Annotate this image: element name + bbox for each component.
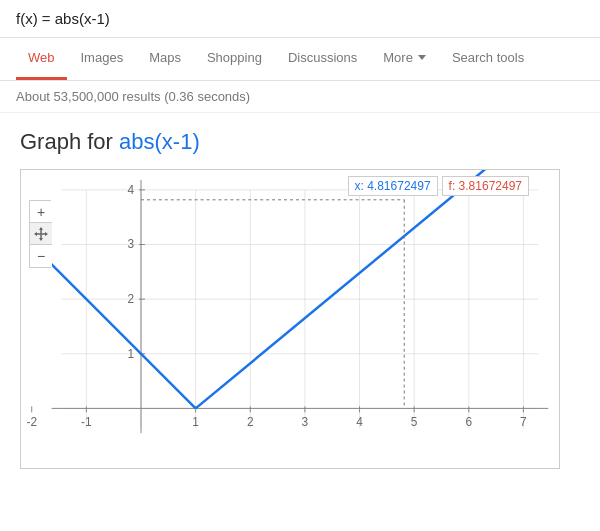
graph-title-link[interactable]: abs(x-1) — [119, 129, 200, 154]
tab-images[interactable]: Images — [69, 38, 136, 80]
svg-text:3: 3 — [302, 415, 309, 429]
zoom-move-button[interactable] — [30, 223, 52, 245]
svg-text:7: 7 — [520, 415, 527, 429]
tooltip-f-value: f: 3.81672497 — [442, 176, 529, 196]
tooltip-x-value: x: 4.81672497 — [348, 176, 438, 196]
tab-search-tools[interactable]: Search tools — [440, 38, 536, 80]
svg-text:4: 4 — [356, 415, 363, 429]
svg-text:5: 5 — [411, 415, 418, 429]
svg-text:1: 1 — [192, 415, 199, 429]
tab-web[interactable]: Web — [16, 38, 67, 80]
tab-discussions[interactable]: Discussions — [276, 38, 369, 80]
svg-line-48 — [32, 245, 196, 409]
graph-title: Graph for abs(x-1) — [20, 129, 580, 155]
svg-text:-1: -1 — [81, 415, 92, 429]
graph-container[interactable]: x: 4.81672497 f: 3.81672497 + − — [20, 169, 560, 469]
move-icon — [34, 227, 48, 241]
tab-more[interactable]: More — [371, 38, 438, 80]
svg-marker-2 — [39, 227, 43, 230]
result-count: About 53,500,000 results (0.36 seconds) — [0, 81, 600, 113]
svg-text:3: 3 — [127, 237, 134, 251]
svg-rect-50 — [22, 170, 558, 438]
tab-maps[interactable]: Maps — [137, 38, 193, 80]
zoom-in-button[interactable]: + — [30, 201, 52, 223]
graph-section: Graph for abs(x-1) x: 4.81672497 f: 3.81… — [0, 113, 600, 485]
search-query: f(x) = abs(x-1) — [16, 10, 110, 27]
svg-text:-2: -2 — [26, 415, 37, 429]
svg-line-49 — [196, 170, 539, 408]
svg-marker-4 — [34, 232, 37, 236]
svg-text:2: 2 — [127, 292, 134, 306]
svg-text:4: 4 — [127, 183, 134, 197]
tab-shopping[interactable]: Shopping — [195, 38, 274, 80]
search-bar: f(x) = abs(x-1) — [0, 0, 600, 38]
svg-text:2: 2 — [247, 415, 254, 429]
svg-text:1: 1 — [127, 347, 134, 361]
graph-tooltip: x: 4.81672497 f: 3.81672497 — [348, 176, 529, 196]
zoom-controls: + − — [29, 200, 51, 268]
nav-tabs: Web Images Maps Shopping Discussions Mor… — [0, 38, 600, 81]
svg-marker-3 — [39, 238, 43, 241]
svg-marker-5 — [45, 232, 48, 236]
svg-text:6: 6 — [465, 415, 472, 429]
zoom-out-button[interactable]: − — [30, 245, 52, 267]
graph-svg: -2 -1 1 2 3 4 5 6 7 — [21, 170, 559, 468]
chevron-down-icon — [418, 55, 426, 60]
